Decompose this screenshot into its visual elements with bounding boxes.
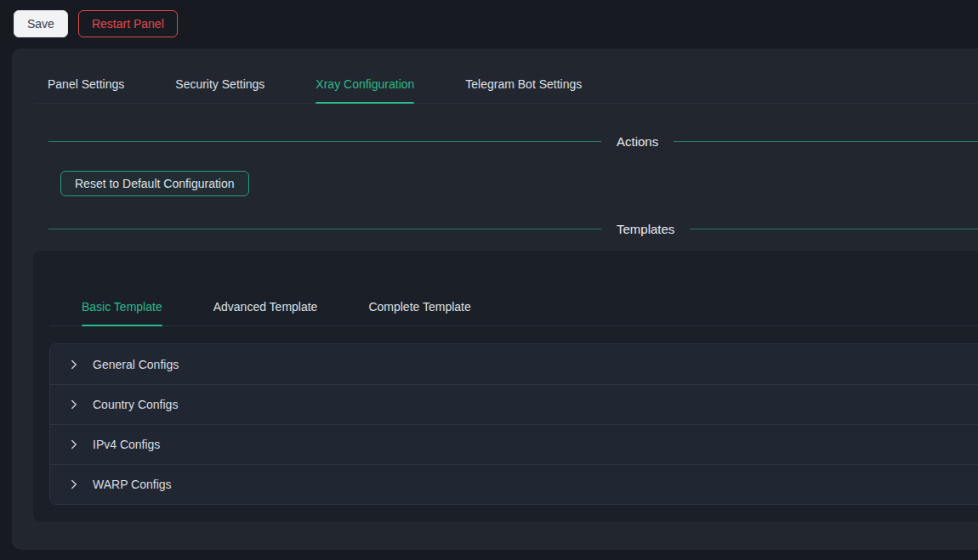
divider-line <box>690 229 978 229</box>
collapse-header-ipv4-configs[interactable]: IPv4 Configs <box>50 424 978 464</box>
tab-xray-configuration[interactable]: Xray Configuration <box>316 67 414 103</box>
divider-line <box>674 141 978 142</box>
collapse-header-general-configs[interactable]: General Configs <box>50 344 978 384</box>
actions-divider-label: Actions <box>601 134 674 149</box>
restart-panel-button[interactable]: Restart Panel <box>78 10 178 37</box>
chevron-right-icon <box>69 359 79 370</box>
tab-advanced-template[interactable]: Advanced Template <box>213 290 318 325</box>
collapse-label: Country Configs <box>93 398 178 411</box>
tab-complete-template[interactable]: Complete Template <box>368 290 470 325</box>
chevron-right-icon <box>69 399 79 410</box>
collapse-label: IPv4 Configs <box>93 438 160 451</box>
actions-divider: Actions <box>48 134 978 149</box>
divider-line <box>48 141 601 142</box>
settings-tabbar: Panel Settings Security Settings Xray Co… <box>34 67 978 104</box>
divider-line <box>48 229 601 229</box>
topbar: Save Restart Panel <box>0 0 978 37</box>
collapse-header-warp-configs[interactable]: WARP Configs <box>50 464 978 504</box>
chevron-right-icon <box>69 479 79 489</box>
template-tabbar: Basic Template Advanced Template Complet… <box>49 290 978 326</box>
collapse-label: General Configs <box>93 358 179 371</box>
collapse-label: WARP Configs <box>93 478 172 491</box>
settings-card: Panel Settings Security Settings Xray Co… <box>12 48 978 550</box>
templates-divider: Templates <box>48 222 978 236</box>
tab-panel-settings[interactable]: Panel Settings <box>48 67 124 103</box>
tab-telegram-bot-settings[interactable]: Telegram Bot Settings <box>465 67 582 103</box>
chevron-right-icon <box>69 439 79 450</box>
collapse-header-country-configs[interactable]: Country Configs <box>50 384 978 424</box>
reset-default-config-button[interactable]: Reset to Default Configuration <box>60 171 249 196</box>
save-button[interactable]: Save <box>14 10 68 37</box>
templates-card: Basic Template Advanced Template Complet… <box>32 250 978 523</box>
tab-security-settings[interactable]: Security Settings <box>175 67 264 103</box>
tab-basic-template[interactable]: Basic Template <box>82 290 162 325</box>
config-collapse-list: General Configs Country Configs IPv4 Con… <box>49 343 978 505</box>
templates-divider-label: Templates <box>601 222 690 236</box>
